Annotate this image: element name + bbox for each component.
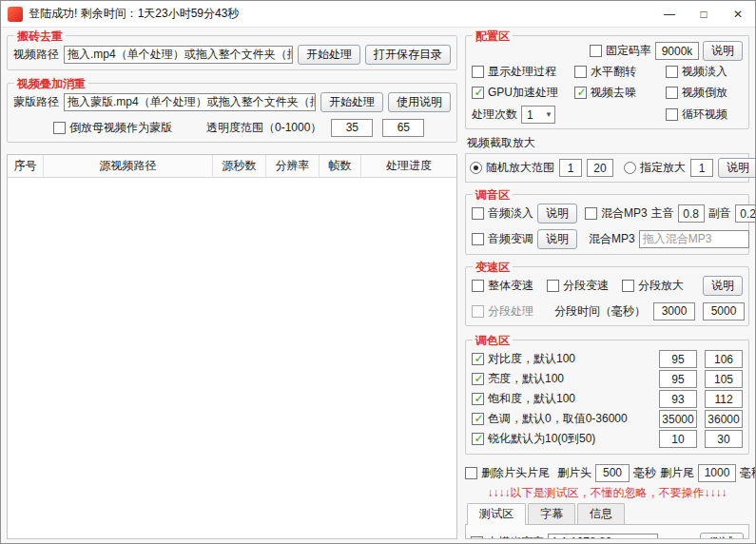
checkbox-box bbox=[622, 280, 634, 292]
video-reverse-checkbox[interactable]: 视频倒放 bbox=[666, 85, 743, 101]
loop-video-checkbox[interactable]: 循环视频 bbox=[666, 107, 743, 123]
audio-fadein-checkbox[interactable]: 音频淡入 bbox=[472, 205, 533, 222]
checkbox-box bbox=[547, 280, 559, 292]
radio-circle bbox=[624, 162, 636, 174]
test-tab-panel: 上模糊宽高 1:1:1078:80 测试 下模糊宽高 1:1839:1078:8… bbox=[465, 524, 749, 539]
gpu-accel-checkbox[interactable]: GPU加速处理 bbox=[472, 85, 571, 101]
overlay-help-button[interactable]: 使用说明 bbox=[388, 92, 451, 112]
zoom-help-button[interactable]: 说明 bbox=[718, 158, 755, 178]
audio-pitch-help-button[interactable]: 说明 bbox=[537, 229, 577, 249]
bitrate-help-button[interactable]: 说明 bbox=[703, 41, 743, 61]
reverse-mask-checkbox[interactable]: 倒放母视频作为蒙版 bbox=[53, 120, 172, 136]
fixed-zoom-input[interactable]: 1 bbox=[690, 159, 713, 177]
hue-checkbox[interactable]: 色调，默认0，取值0-36000 bbox=[472, 411, 628, 427]
segment-speed-label: 分段变速 bbox=[563, 278, 609, 294]
video-fadein-checkbox[interactable]: 视频淡入 bbox=[666, 64, 743, 80]
sub-volume-label: 副音 bbox=[708, 205, 731, 222]
segment-zoom-label: 分段放大 bbox=[638, 278, 684, 294]
open-save-dir-button[interactable]: 打开保存目录 bbox=[365, 45, 451, 65]
dedup-start-button[interactable]: 开始处理 bbox=[298, 45, 360, 65]
table-body-empty[interactable] bbox=[8, 178, 456, 538]
denoise-checkbox[interactable]: 视频去噪 bbox=[574, 85, 662, 101]
process-times-field: 处理次数 1 ▼ bbox=[472, 106, 571, 124]
random-zoom-min-input[interactable]: 1 bbox=[559, 159, 582, 177]
segment-zoom-checkbox[interactable]: 分段放大 bbox=[622, 278, 684, 294]
contrast-checkbox[interactable]: 对比度，默认100 bbox=[472, 351, 575, 367]
brightness-row: 亮度，默认100 95 105 bbox=[472, 369, 743, 389]
sub-volume-input[interactable]: 0.2 bbox=[735, 204, 755, 223]
top-blur-checkbox[interactable]: 上模糊宽高 bbox=[471, 534, 544, 540]
saturation-checkbox[interactable]: 饱和度，默认100 bbox=[472, 391, 575, 407]
overall-speed-checkbox[interactable]: 整体变速 bbox=[472, 278, 533, 294]
checkbox-box bbox=[465, 467, 477, 479]
top-blur-input[interactable]: 1:1:1078:80 bbox=[548, 534, 658, 540]
segment-time-min-input[interactable]: 3000 bbox=[653, 302, 695, 321]
brightness-label: 亮度，默认100 bbox=[488, 371, 564, 387]
contrast-max-input[interactable]: 106 bbox=[705, 350, 743, 368]
brightness-max-input[interactable]: 105 bbox=[705, 370, 743, 388]
brightness-min-input[interactable]: 95 bbox=[659, 370, 697, 388]
saturation-max-input[interactable]: 112 bbox=[705, 390, 743, 408]
main-volume-input[interactable]: 0.8 bbox=[678, 204, 705, 223]
denoise-label: 视频去噪 bbox=[591, 85, 636, 101]
audio-pitch-checkbox[interactable]: 音频变调 bbox=[472, 231, 533, 247]
close-button[interactable]: ✕ bbox=[721, 1, 755, 27]
random-zoom-max-input[interactable]: 20 bbox=[587, 159, 613, 177]
radio-circle bbox=[470, 162, 482, 174]
minimize-button[interactable]: — bbox=[652, 1, 687, 27]
tab-bar: 测试区 字幕 信息 bbox=[465, 503, 749, 524]
contrast-min-input[interactable]: 95 bbox=[659, 350, 697, 368]
reverse-mask-label: 倒放母视频作为蒙版 bbox=[69, 120, 172, 136]
mask-path-input[interactable]: 拖入蒙版.mp4（单个处理）或拖入整个文件夹（批量处理） bbox=[64, 93, 316, 111]
trim-tail-input[interactable]: 1000 bbox=[698, 464, 736, 482]
sharpen-max-input[interactable]: 30 bbox=[705, 430, 743, 448]
fixed-zoom-radio[interactable]: 指定放大 bbox=[624, 160, 686, 176]
checkbox-box bbox=[666, 108, 678, 121]
random-zoom-radio[interactable]: 随机放大范围 bbox=[470, 160, 554, 176]
sharpen-min-input[interactable]: 10 bbox=[659, 430, 697, 448]
overall-speed-label: 整体变速 bbox=[488, 278, 533, 294]
test-button[interactable]: 测试 bbox=[700, 533, 744, 540]
checkbox-box bbox=[585, 207, 597, 220]
tab-info[interactable]: 信息 bbox=[577, 503, 625, 524]
fixed-bitrate-checkbox[interactable]: 固定码率 bbox=[590, 43, 651, 59]
mix-mp3-path-input[interactable]: 拖入混合MP3 bbox=[639, 230, 749, 248]
hflip-checkbox[interactable]: 水平翻转 bbox=[574, 64, 662, 80]
trim-head-input[interactable]: 500 bbox=[595, 464, 630, 482]
checkbox-box bbox=[472, 280, 484, 292]
gpu-accel-label: GPU加速处理 bbox=[488, 85, 558, 101]
opacity-min-input[interactable]: 35 bbox=[331, 119, 373, 137]
mix-mp3-checkbox[interactable]: 混合MP3 bbox=[585, 205, 648, 222]
segment-process-checkbox[interactable]: 分段处理 bbox=[472, 303, 533, 320]
saturation-min-input[interactable]: 93 bbox=[659, 390, 697, 408]
audio-fadein-help-button[interactable]: 说明 bbox=[537, 204, 577, 223]
video-path-input[interactable]: 拖入.mp4（单个处理）或拖入整个文件夹（批量处理） bbox=[64, 46, 293, 64]
saturation-row: 饱和度，默认100 93 112 bbox=[472, 389, 743, 409]
checkbox-box bbox=[472, 413, 484, 425]
maximize-button[interactable]: □ bbox=[687, 1, 721, 27]
opacity-max-input[interactable]: 65 bbox=[382, 119, 424, 137]
table-header-row: 序号 源视频路径 源秒数 分辨率 帧数 处理进度 bbox=[8, 155, 456, 178]
hue-min-input[interactable]: 35000 bbox=[659, 410, 697, 428]
sharpen-row: 锐化默认为10(0到50) 10 30 bbox=[472, 429, 743, 449]
hflip-label: 水平翻转 bbox=[591, 64, 636, 80]
hue-label: 色调，默认0，取值0-36000 bbox=[488, 411, 628, 427]
right-panel: 配置区 固定码率 9000k 说明 显示处理过程 bbox=[460, 28, 755, 543]
brightness-checkbox[interactable]: 亮度，默认100 bbox=[472, 371, 564, 387]
checkbox-box bbox=[472, 233, 484, 245]
hue-max-input[interactable]: 36000 bbox=[705, 410, 743, 428]
process-times-select[interactable]: 1 ▼ bbox=[521, 106, 555, 124]
col-source-path: 源视频路径 bbox=[44, 155, 213, 177]
overlay-start-button[interactable]: 开始处理 bbox=[320, 92, 383, 112]
audio-group-title: 调音区 bbox=[473, 187, 513, 204]
trim-checkbox[interactable]: 删除片头片尾 bbox=[465, 465, 550, 481]
tab-subtitle[interactable]: 字幕 bbox=[528, 503, 575, 524]
segment-time-max-input[interactable]: 5000 bbox=[703, 302, 745, 321]
tab-test[interactable]: 测试区 bbox=[467, 503, 526, 525]
show-process-checkbox[interactable]: 显示处理过程 bbox=[472, 64, 571, 80]
segment-speed-checkbox[interactable]: 分段变速 bbox=[547, 278, 609, 294]
speed-help-button[interactable]: 说明 bbox=[703, 276, 743, 296]
checkbox-box bbox=[472, 207, 484, 220]
sharpen-checkbox[interactable]: 锐化默认为10(0到50) bbox=[472, 431, 595, 447]
bitrate-input[interactable]: 9000k bbox=[655, 42, 699, 60]
